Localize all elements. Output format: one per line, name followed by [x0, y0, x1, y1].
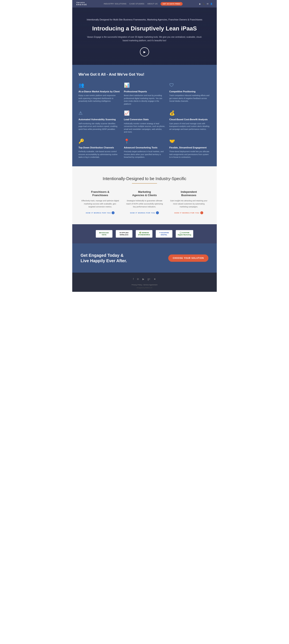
linkedin-icon[interactable]: in — [137, 278, 139, 280]
feature-icon: 💰 — [169, 110, 211, 116]
hero-description: Varazo Engage is the successful integrat… — [85, 35, 204, 42]
feature-icon: ⚠ — [78, 110, 120, 116]
site-logo: Varazo ENGAGE — [76, 2, 87, 6]
industry-card-desc: Strategize holistically to guarantee ult… — [125, 199, 164, 208]
play-icon: ▶ — [143, 50, 146, 54]
feature-title: At-a-Glance Market Analysis by Client — [78, 90, 120, 93]
nav-case-studies[interactable]: CASE STUDIES — [129, 3, 144, 5]
feature-item: 🔑 Top-Down Distribution Channels Perfect… — [78, 138, 120, 159]
industry-section: Intentionally-Designed to be Industry-Sp… — [72, 166, 217, 224]
feature-title: Automated Vulnerability Scanning — [78, 118, 120, 121]
user-icon[interactable]: 👤 — [210, 3, 213, 5]
industry-divider — [132, 183, 157, 184]
feature-item: 👥 At-a-Glance Market Analysis by Client … — [78, 82, 120, 106]
feature-icon: 📈 — [124, 110, 165, 116]
feature-icon: 👥 — [78, 82, 120, 88]
facebook-icon[interactable]: f — [133, 278, 134, 280]
feature-title: Top-Down Distribution Channels — [78, 146, 120, 149]
navbar: Varazo ENGAGE INDUSTRY SOLUTIONS CASE ST… — [72, 0, 217, 8]
feature-title: Advanced Geomarketing Tools — [124, 146, 165, 149]
industry-grid: Franchisors &Franchisees Effectively tra… — [81, 190, 208, 214]
industry-card-desc: Effectively track, manage and optimize d… — [81, 199, 120, 208]
feature-desc: Track competitors inbound marketing effo… — [169, 94, 211, 103]
feature-desc: Self-monitoring site vitality scanner id… — [78, 122, 120, 131]
how-it-works-link[interactable]: HOW IT WORKS FOR YOU › — [86, 211, 114, 214]
play-button[interactable]: ▶ — [140, 47, 149, 56]
feature-item: 📊 Professional Reports Boost client sati… — [124, 82, 165, 106]
feature-icon: 📊 — [124, 82, 165, 88]
feature-title: Cloud-Based Cost-Benefit Analysis — [169, 118, 211, 121]
google-plus-icon[interactable]: g+ — [148, 278, 151, 280]
industry-card: IndependentBusinesses Gain insight into … — [169, 190, 208, 214]
how-it-works-link[interactable]: HOW IT WORKS FOR YOU › — [175, 211, 203, 214]
cta-button[interactable]: CHOOSE YOUR SOLUTION — [168, 254, 208, 262]
feature-icon: 🤝 — [169, 138, 211, 144]
features-section: We've Got it All - And We've Got You! 👥 … — [72, 65, 217, 166]
video-icon[interactable]: ▶ — [199, 3, 201, 5]
footer-credit: Designed by Elinkus UX — [76, 287, 213, 288]
industry-card-title: IndependentBusinesses — [169, 190, 208, 197]
partner-logo: M APPLIEDWIRELESS — [116, 230, 132, 238]
service-agreement-link[interactable]: Service Agreement — [143, 284, 157, 286]
cta-section: Get Engaged Today & Live Happily Ever Af… — [72, 244, 217, 272]
industry-card: MarketingAgencies & Clients Strategize h… — [125, 190, 164, 214]
industry-card-desc: Gain insight into attracting and retaini… — [169, 199, 208, 208]
feature-desc: Holistically monitor content strategy & … — [124, 122, 165, 134]
hero-heading: Introducing a Disruptively Lean iPaaS — [85, 25, 204, 32]
feature-title: Professional Reports — [124, 90, 165, 93]
privacy-policy-link[interactable]: Privacy Policy — [132, 284, 142, 286]
feature-icon: 📍 — [124, 138, 165, 144]
feature-title: Lead Conversion Stats — [124, 118, 165, 121]
yelp-icon[interactable]: ★ — [154, 278, 156, 280]
how-it-works-link[interactable]: HOW IT WORKS FOR YOU › — [130, 211, 159, 214]
feature-desc: Perfectly scaleable, role-based access c… — [78, 150, 120, 159]
footer-links: Privacy Policy | Service Agreement — [76, 284, 213, 286]
feature-icon: 🛡 — [169, 82, 211, 88]
logos-section: ◆ molecularVISTAM APPLIEDWIRELESS🌿 GENES… — [72, 224, 217, 244]
feature-desc: Enjoy a user-centric platform and respon… — [78, 94, 120, 103]
nav-about-us[interactable]: ABOUT US — [147, 3, 158, 5]
feature-item: 📈 Lead Conversion Stats Holistically mon… — [124, 110, 165, 134]
hero-subtitle: Intentionally Designed for Multi-Site Bu… — [85, 18, 204, 22]
features-title: We've Got it All - And We've Got You! — [78, 72, 211, 77]
feature-item: 🛡 Competitive Positioning Track competit… — [169, 82, 211, 106]
nav-links: INDUSTRY SOLUTIONS CASE STUDIES ABOUT US… — [104, 2, 183, 6]
feature-icon: 🔑 — [78, 138, 120, 144]
phone-icon[interactable]: 📞 — [203, 3, 205, 5]
feature-title: Competitive Positioning — [169, 90, 211, 93]
partner-logo: ◆ molecularVISTA — [96, 230, 112, 238]
industry-title: Intentionally-Designed to be Industry-Sp… — [81, 176, 208, 181]
feature-title: Flexible, Streamlined Engagement — [169, 146, 211, 149]
industry-card: Franchisors &Franchisees Effectively tra… — [81, 190, 120, 214]
partner-logo: ◯ CUSTOMDigital Marketing — [176, 230, 193, 238]
industry-card-title: Franchisors &Franchisees — [81, 190, 120, 197]
feature-item: 🤝 Flexible, Streamlined Engagement Three… — [169, 138, 211, 159]
feature-desc: Gain peace of mind and manage costs with… — [169, 122, 211, 131]
nav-industry-solutions[interactable]: INDUSTRY SOLUTIONS — [104, 3, 126, 5]
youtube-icon[interactable]: ▶ — [142, 278, 144, 280]
hero-section: Intentionally Designed for Multi-Site Bu… — [72, 8, 217, 65]
feature-item: 💰 Cloud-Based Cost-Benefit Analysis Gain… — [169, 110, 211, 134]
feature-desc: Boost client satisfaction and trust by p… — [124, 94, 165, 106]
footer-social: fin▶g+★ — [76, 278, 213, 280]
feature-item: ⚠ Automated Vulnerability Scanning Self-… — [78, 110, 120, 134]
feature-desc: Three-tiered deployment model lets you a… — [169, 150, 211, 159]
nav-icon-group: ▶ 📞 ✉ 👤 — [199, 3, 213, 5]
nav-cta-button[interactable]: GET 60 DAYS FREE! — [161, 2, 183, 6]
cta-text: Get Engaged Today & Live Happily Ever Af… — [81, 252, 127, 264]
how-link-icon: › — [156, 211, 159, 214]
how-link-icon: › — [112, 211, 114, 214]
email-icon[interactable]: ✉ — [207, 3, 208, 5]
feature-desc: Precisely target audiences in local mark… — [124, 150, 165, 159]
how-link-icon: › — [200, 211, 203, 214]
partner-logo: ✦ ACUITIVEDIGITAL — [156, 230, 172, 238]
footer: fin▶g+★ Privacy Policy | Service Agreeme… — [72, 272, 217, 292]
industry-card-title: MarketingAgencies & Clients — [125, 190, 164, 197]
feature-item: 📍 Advanced Geomarketing Tools Precisely … — [124, 138, 165, 159]
features-grid: 👥 At-a-Glance Market Analysis by Client … — [78, 82, 211, 158]
partner-logo: 🌿 GENESISSTONEWORKS — [136, 230, 152, 238]
